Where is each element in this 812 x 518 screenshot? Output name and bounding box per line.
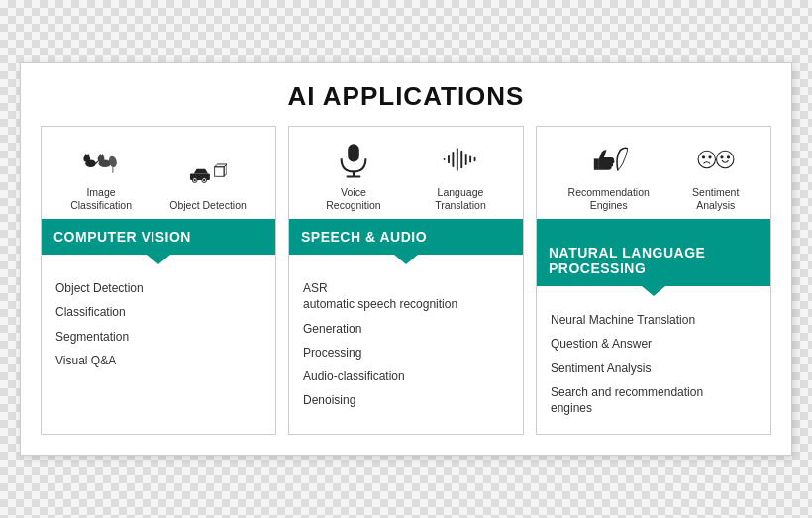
soundwave-icon xyxy=(442,141,479,178)
svg-point-31 xyxy=(709,156,711,158)
microphone-icon xyxy=(335,141,372,178)
card-header-sa: SPEECH & AUDIO xyxy=(289,219,523,255)
list-item: Sentiment Analysis xyxy=(551,357,757,380)
list-item: Classification xyxy=(55,300,261,324)
icon-area-thumbs-banana xyxy=(590,137,628,182)
svg-point-14 xyxy=(203,178,205,180)
svg-marker-6 xyxy=(99,154,102,156)
cards-row: ImageClassification xyxy=(41,126,771,435)
icon-label-object-detection: Object Detection xyxy=(169,199,247,212)
icon-area-soundwave xyxy=(442,137,479,182)
icon-area-animals xyxy=(82,137,120,182)
svg-point-29 xyxy=(698,151,715,167)
list-item: Audio-classification xyxy=(303,364,509,388)
svg-point-12 xyxy=(194,178,196,180)
icon-group-recommendation: RecommendationEngines xyxy=(568,137,650,211)
icon-group-animals: ImageClassification xyxy=(70,137,132,211)
nlp-list: Neural Machine Translation Question & An… xyxy=(551,308,757,420)
list-item: Visual Q&A xyxy=(55,349,261,372)
icon-area-emoji-faces xyxy=(697,137,735,182)
list-item: Generation xyxy=(303,317,509,341)
card-body-nlp: Neural Machine Translation Question & An… xyxy=(537,286,770,434)
svg-rect-20 xyxy=(347,175,361,177)
icon-label-voice-recognition: VoiceRecognition xyxy=(326,186,380,211)
animals-icon xyxy=(82,141,120,178)
card-computer-vision: ImageClassification xyxy=(41,126,276,435)
list-item: Denoising xyxy=(303,388,509,412)
svg-point-1 xyxy=(83,155,90,162)
svg-rect-15 xyxy=(215,166,225,176)
card-body-sa: ASR automatic speech recognition Generat… xyxy=(289,255,523,426)
card-nlp: RecommendationEngines xyxy=(536,126,771,435)
page-title: AI APPLICATIONS xyxy=(41,81,771,112)
card-speech-audio: VoiceRecognition xyxy=(288,126,524,435)
svg-point-5 xyxy=(98,155,105,162)
svg-point-32 xyxy=(716,151,733,167)
icon-group-soundwave: LanguageTranslation xyxy=(435,137,486,211)
svg-marker-17 xyxy=(224,163,227,175)
svg-point-34 xyxy=(727,156,729,158)
card-icons-sa: VoiceRecognition xyxy=(289,127,523,219)
icon-label-language-translation: LanguageTranslation xyxy=(435,186,486,211)
main-container: AI APPLICATIONS xyxy=(20,62,792,456)
card-header-nlp: NATURAL LANGUAGE PROCESSING xyxy=(537,219,770,286)
svg-point-33 xyxy=(721,156,723,158)
icon-area-car-cube xyxy=(189,150,227,195)
svg-rect-18 xyxy=(348,144,359,161)
cv-list: Object Detection Classification Segmenta… xyxy=(55,276,261,372)
svg-point-8 xyxy=(108,155,118,168)
icon-label-sentiment-analysis: SentimentAnalysis xyxy=(692,186,739,211)
sa-list: ASR automatic speech recognition Generat… xyxy=(303,276,509,412)
card-icons-cv: ImageClassification xyxy=(42,127,275,219)
svg-point-30 xyxy=(702,156,704,158)
list-item: ASR automatic speech recognition xyxy=(303,276,509,316)
card-body-cv: Object Detection Classification Segmenta… xyxy=(42,255,275,386)
icon-area-microphone xyxy=(335,137,372,182)
list-item: Neural Machine Translation xyxy=(551,308,757,332)
icon-group-sentiment: SentimentAnalysis xyxy=(692,137,739,211)
list-item: Object Detection xyxy=(55,276,261,300)
icon-label-recommendation-engines: RecommendationEngines xyxy=(568,186,650,211)
svg-marker-3 xyxy=(87,154,90,156)
card-icons-nlp: RecommendationEngines xyxy=(537,127,770,219)
card-header-cv: COMPUTER VISION xyxy=(42,219,275,255)
list-item: Search and recommendation engines xyxy=(551,380,757,420)
emoji-faces-icon xyxy=(697,141,735,178)
icon-label-image-classification: ImageClassification xyxy=(70,186,132,211)
list-item: Question & Answer xyxy=(551,332,757,356)
icon-group-microphone: VoiceRecognition xyxy=(326,137,380,211)
list-item: Processing xyxy=(303,341,509,364)
list-item: Segmentation xyxy=(55,325,261,349)
thumbs-banana-icon xyxy=(590,141,628,178)
icon-group-object-detection: Object Detection xyxy=(169,150,247,212)
car-cube-icon xyxy=(189,154,227,191)
svg-marker-7 xyxy=(102,154,104,156)
